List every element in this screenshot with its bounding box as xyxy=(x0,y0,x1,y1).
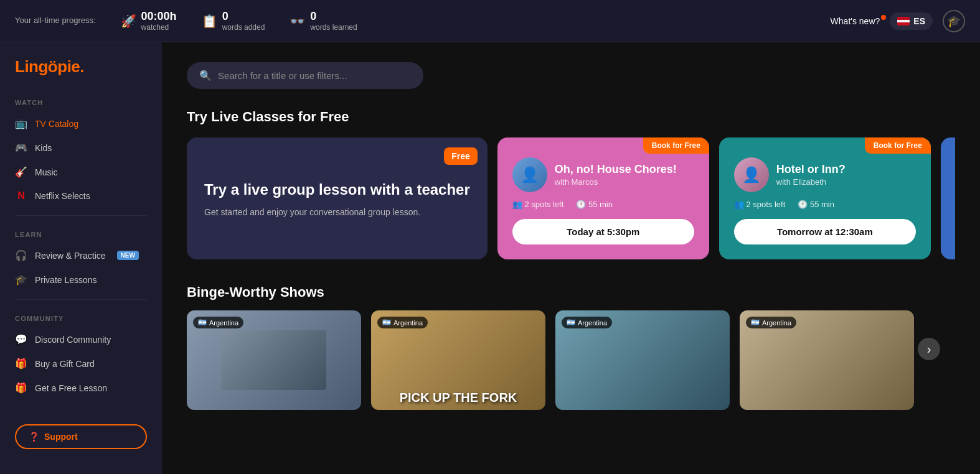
review-icon: 🎧 xyxy=(15,249,27,261)
flag-icon xyxy=(897,17,910,26)
sidebar-item-review-practice[interactable]: 🎧 Review & Practice NEW xyxy=(0,243,162,267)
binge-next-button[interactable]: › xyxy=(918,338,940,360)
class-teacher-1: with Marcos xyxy=(555,177,677,187)
words-added-value: 0 xyxy=(222,10,265,23)
class-meta-1: 👥 2 spots left 🕐 55 min xyxy=(512,200,694,209)
sidebar-item-label: Buy a Gift Card xyxy=(35,359,95,369)
argentina-flag-3: 🇦🇷 xyxy=(567,318,575,327)
binge-card-1[interactable]: 🇦🇷 Argentina xyxy=(187,310,361,410)
class-time-btn-1[interactable]: Today at 5:30pm xyxy=(512,219,694,244)
search-bar[interactable]: 🔍 xyxy=(187,62,423,89)
class-top-1: 👤 Oh, no! House Chores! with Marcos xyxy=(512,157,694,192)
spots-1: 👥 2 spots left xyxy=(512,200,563,209)
class-meta-2: 👥 2 spots left 🕐 55 min xyxy=(734,200,916,209)
logo: Lingöpie. xyxy=(0,57,162,91)
progress-label: Your all-time progress: xyxy=(15,16,96,26)
argentina-badge-2: 🇦🇷 Argentina xyxy=(377,317,428,328)
binge-card-3[interactable]: 🇦🇷 Argentina xyxy=(555,310,730,410)
argentina-flag-4: 🇦🇷 xyxy=(751,318,760,327)
free-lesson-icon: 🎁 xyxy=(15,382,27,394)
sidebar-item-tv-catalog[interactable]: 📺 TV Catalog xyxy=(0,111,162,136)
sidebar-item-label: Private Lessons xyxy=(35,275,97,285)
kids-icon: 🎮 xyxy=(15,142,27,154)
sidebar-item-kids[interactable]: 🎮 Kids xyxy=(0,136,162,160)
watch-section-label: WATCH xyxy=(0,91,162,111)
gift-card-icon: 🎁 xyxy=(15,358,27,369)
promo-title: Try a live group lesson with a teacher xyxy=(204,180,470,199)
spots-2: 👥 2 spots left xyxy=(734,200,785,209)
learn-section-label: LEARN xyxy=(0,223,162,243)
book-badge-2[interactable]: Book for Free xyxy=(865,137,931,154)
topbar: Your all-time progress: 🚀 00:00h watched… xyxy=(0,0,980,42)
search-input[interactable] xyxy=(218,70,411,81)
argentina-flag-1: 🇦🇷 xyxy=(198,318,207,327)
user-avatar[interactable]: 🎓 xyxy=(943,10,965,32)
sidebar-item-label: Review & Practice xyxy=(35,251,106,261)
promo-description: Get started and enjoy your conversationa… xyxy=(204,207,470,217)
watched-label: watched xyxy=(141,23,177,32)
sidebar-item-free-lesson[interactable]: 🎁 Get a Free Lesson xyxy=(0,376,162,400)
sidebar-item-netflix-selects[interactable]: N Netflix Selects xyxy=(0,184,162,208)
progress-section: Your all-time progress: 🚀 00:00h watched… xyxy=(15,10,831,32)
class-card-1: Book for Free 👤 Oh, no! House Chores! wi… xyxy=(497,137,709,259)
tv-icon: 📺 xyxy=(15,118,27,129)
duration-2: 🕐 55 min xyxy=(798,200,834,209)
words-learned-label: words learned xyxy=(310,23,357,32)
support-label: Support xyxy=(44,432,78,442)
duration-1: 🕐 55 min xyxy=(576,200,613,209)
class-title-2: Hotel or Inn? xyxy=(776,163,846,176)
language-selector[interactable]: ES xyxy=(890,12,933,30)
new-badge: NEW xyxy=(117,251,139,260)
sidebar-item-music[interactable]: 🎸 Music xyxy=(0,160,162,184)
netflix-icon: N xyxy=(15,190,27,202)
argentina-flag-2: 🇦🇷 xyxy=(382,318,391,327)
class-teacher-2: with Elizabeth xyxy=(776,177,846,187)
support-button[interactable]: ❓ Support xyxy=(15,424,147,449)
sidebar-item-label: Music xyxy=(35,167,58,177)
book-badge-1[interactable]: Book for Free xyxy=(643,137,709,154)
class-card-2: Book for Free 👤 Hotel or Inn? with Eliza… xyxy=(719,137,931,259)
sidebar-item-discord[interactable]: 💬 Discord Community xyxy=(0,327,162,351)
lessons-icon: 🎓 xyxy=(15,274,27,286)
teacher-avatar-marcos: 👤 xyxy=(512,157,547,192)
divider-1 xyxy=(15,215,147,216)
class-top-2: 👤 Hotel or Inn? with Elizabeth xyxy=(734,157,916,192)
binge-card-2[interactable]: 🇦🇷 Argentina PICK UP THE FORK xyxy=(371,310,545,410)
live-classes-title: Try Live Classes for Free xyxy=(187,109,955,125)
class-title-1: Oh, no! House Chores! xyxy=(555,163,677,176)
sidebar-item-private-lessons[interactable]: 🎓 Private Lessons xyxy=(0,267,162,292)
discord-icon: 💬 xyxy=(15,333,27,345)
support-icon: ❓ xyxy=(29,432,39,442)
sidebar-item-label: TV Catalog xyxy=(35,119,78,129)
sidebar-item-gift-card[interactable]: 🎁 Buy a Gift Card xyxy=(0,351,162,376)
sidebar-item-label: Netflix Selects xyxy=(35,191,90,201)
music-icon: 🎸 xyxy=(15,166,27,178)
promo-card: Free Try a live group lesson with a teac… xyxy=(187,137,488,259)
class-info-2: Hotel or Inn? with Elizabeth xyxy=(776,163,846,187)
whats-new-button[interactable]: What's new? xyxy=(831,16,880,26)
binge-row: 🇦🇷 Argentina 🇦🇷 Argentina PICK UP THE FO… xyxy=(187,310,955,410)
words-added-stat: 📋 0 words added xyxy=(202,10,265,32)
sidebar-item-label: Get a Free Lesson xyxy=(35,383,107,393)
sidebar-item-label: Kids xyxy=(35,143,52,153)
free-badge: Free xyxy=(444,147,478,165)
class-info-1: Oh, no! House Chores! with Marcos xyxy=(555,163,677,187)
community-section-label: COMMUNITY xyxy=(0,307,162,327)
argentina-label-1: Argentina xyxy=(209,319,238,327)
binge-card-4[interactable]: 🇦🇷 Argentina xyxy=(740,310,914,410)
lang-code: ES xyxy=(913,16,925,26)
words-added-icon: 📋 xyxy=(202,14,217,29)
words-learned-value: 0 xyxy=(310,10,357,23)
binge-title: Binge-Worthy Shows xyxy=(187,284,955,300)
class-time-btn-2[interactable]: Tomorrow at 12:30am xyxy=(734,219,916,244)
class-card-3: 👤 👥 4 spots left xyxy=(941,137,955,259)
show-title-2: PICK UP THE FORK xyxy=(400,391,517,405)
topbar-right: What's new? ES 🎓 xyxy=(831,10,965,32)
argentina-badge-4: 🇦🇷 Argentina xyxy=(746,317,796,328)
watched-stat: 🚀 00:00h watched xyxy=(121,10,177,32)
sidebar: Lingöpie. WATCH 📺 TV Catalog 🎮 Kids 🎸 Mu… xyxy=(0,42,162,474)
teacher-avatar-elizabeth: 👤 xyxy=(734,157,769,192)
words-added-label: words added xyxy=(222,23,265,32)
search-icon: 🔍 xyxy=(199,70,212,81)
argentina-badge-1: 🇦🇷 Argentina xyxy=(193,317,243,328)
